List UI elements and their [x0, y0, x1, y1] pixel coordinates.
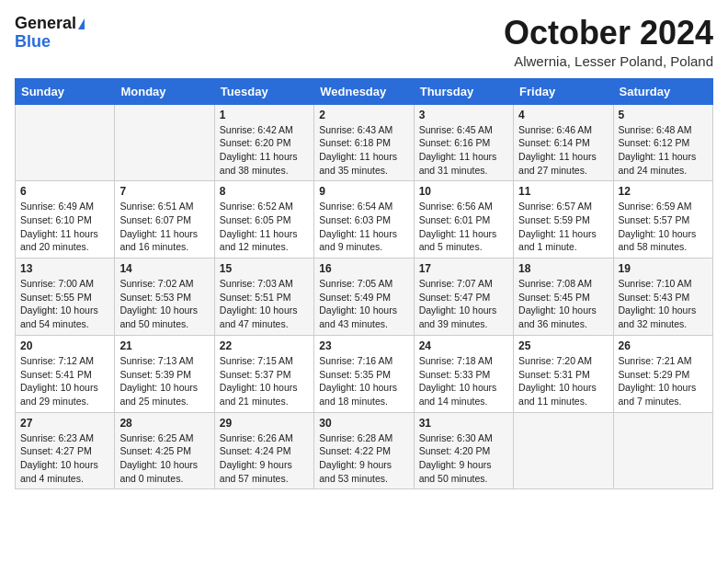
day-info: Sunrise: 6:28 AM Sunset: 4:22 PM Dayligh… [319, 431, 408, 486]
calendar-cell: 11Sunrise: 6:57 AM Sunset: 5:59 PM Dayli… [514, 181, 613, 259]
calendar-week-row: 13Sunrise: 7:00 AM Sunset: 5:55 PM Dayli… [16, 259, 713, 336]
day-info: Sunrise: 6:52 AM Sunset: 6:05 PM Dayligh… [220, 200, 309, 254]
calendar-cell: 17Sunrise: 7:07 AM Sunset: 5:47 PM Dayli… [414, 259, 513, 336]
calendar-cell: 25Sunrise: 7:20 AM Sunset: 5:31 PM Dayli… [514, 335, 613, 412]
calendar-cell: 26Sunrise: 7:21 AM Sunset: 5:29 PM Dayli… [613, 335, 712, 412]
calendar-cell: 2Sunrise: 6:43 AM Sunset: 6:18 PM Daylig… [314, 104, 414, 181]
calendar-cell [16, 104, 115, 181]
day-number: 30 [319, 417, 408, 430]
logo-general-text: General [15, 15, 76, 33]
day-info: Sunrise: 7:18 AM Sunset: 5:33 PM Dayligh… [419, 354, 508, 408]
day-number: 31 [419, 417, 508, 430]
calendar-title: October 2024 [504, 15, 713, 52]
day-info: Sunrise: 6:26 AM Sunset: 4:24 PM Dayligh… [220, 431, 309, 486]
day-number: 16 [319, 262, 408, 275]
calendar-cell: 30Sunrise: 6:28 AM Sunset: 4:22 PM Dayli… [314, 412, 414, 489]
day-number: 12 [619, 185, 708, 198]
day-info: Sunrise: 6:43 AM Sunset: 6:18 PM Dayligh… [319, 123, 408, 178]
day-info: Sunrise: 7:03 AM Sunset: 5:51 PM Dayligh… [220, 277, 309, 331]
day-number: 13 [20, 262, 109, 275]
day-info: Sunrise: 6:23 AM Sunset: 4:27 PM Dayligh… [20, 431, 109, 486]
day-info: Sunrise: 6:25 AM Sunset: 4:25 PM Dayligh… [119, 431, 209, 486]
day-number: 2 [319, 109, 408, 121]
calendar-cell: 5Sunrise: 6:48 AM Sunset: 6:12 PM Daylig… [613, 104, 712, 181]
day-info: Sunrise: 7:15 AM Sunset: 5:37 PM Dayligh… [220, 354, 309, 408]
calendar-cell: 13Sunrise: 7:00 AM Sunset: 5:55 PM Dayli… [16, 259, 115, 336]
day-info: Sunrise: 7:12 AM Sunset: 5:41 PM Dayligh… [20, 354, 109, 408]
calendar-week-row: 20Sunrise: 7:12 AM Sunset: 5:41 PM Dayli… [16, 335, 713, 412]
calendar-cell: 1Sunrise: 6:42 AM Sunset: 6:20 PM Daylig… [214, 104, 313, 181]
day-number: 19 [619, 262, 708, 275]
weekday-header: Tuesday [214, 78, 313, 104]
day-number: 8 [220, 185, 309, 198]
day-number: 7 [119, 185, 209, 198]
day-info: Sunrise: 6:51 AM Sunset: 6:07 PM Dayligh… [119, 200, 209, 254]
calendar-cell: 8Sunrise: 6:52 AM Sunset: 6:05 PM Daylig… [214, 181, 313, 259]
logo-icon [78, 18, 85, 29]
day-number: 23 [319, 339, 408, 352]
day-info: Sunrise: 6:49 AM Sunset: 6:10 PM Dayligh… [20, 200, 109, 254]
day-number: 6 [20, 185, 109, 198]
calendar-subtitle: Alwernia, Lesser Poland, Poland [504, 53, 713, 69]
calendar-table: SundayMondayTuesdayWednesdayThursdayFrid… [15, 78, 713, 490]
calendar-cell: 20Sunrise: 7:12 AM Sunset: 5:41 PM Dayli… [16, 335, 115, 412]
day-info: Sunrise: 6:56 AM Sunset: 6:01 PM Dayligh… [419, 200, 508, 254]
weekday-header: Saturday [613, 78, 712, 104]
calendar-cell [613, 412, 712, 489]
day-info: Sunrise: 7:10 AM Sunset: 5:43 PM Dayligh… [619, 277, 708, 331]
weekday-header: Sunday [16, 78, 115, 104]
day-number: 22 [220, 339, 309, 352]
day-number: 18 [518, 262, 608, 275]
calendar-cell: 9Sunrise: 6:54 AM Sunset: 6:03 PM Daylig… [314, 181, 414, 259]
day-number: 14 [119, 262, 209, 275]
logo: General Blue [15, 15, 85, 52]
day-number: 29 [220, 417, 309, 430]
day-info: Sunrise: 6:46 AM Sunset: 6:14 PM Dayligh… [518, 123, 608, 178]
day-info: Sunrise: 7:13 AM Sunset: 5:39 PM Dayligh… [119, 354, 209, 408]
calendar-cell: 12Sunrise: 6:59 AM Sunset: 5:57 PM Dayli… [613, 181, 712, 259]
day-number: 15 [220, 262, 309, 275]
calendar-cell: 19Sunrise: 7:10 AM Sunset: 5:43 PM Dayli… [613, 259, 712, 336]
day-number: 9 [319, 185, 408, 198]
day-number: 20 [20, 339, 109, 352]
day-info: Sunrise: 7:16 AM Sunset: 5:35 PM Dayligh… [319, 354, 408, 408]
calendar-cell: 31Sunrise: 6:30 AM Sunset: 4:20 PM Dayli… [414, 412, 513, 489]
day-info: Sunrise: 7:02 AM Sunset: 5:53 PM Dayligh… [119, 277, 209, 331]
day-number: 28 [119, 417, 209, 430]
day-number: 5 [619, 109, 708, 121]
day-number: 25 [518, 339, 608, 352]
calendar-cell: 22Sunrise: 7:15 AM Sunset: 5:37 PM Dayli… [214, 335, 313, 412]
day-info: Sunrise: 7:21 AM Sunset: 5:29 PM Dayligh… [619, 354, 708, 408]
day-number: 10 [419, 185, 508, 198]
calendar-cell: 6Sunrise: 6:49 AM Sunset: 6:10 PM Daylig… [16, 181, 115, 259]
day-info: Sunrise: 7:05 AM Sunset: 5:49 PM Dayligh… [319, 277, 408, 331]
calendar-week-row: 6Sunrise: 6:49 AM Sunset: 6:10 PM Daylig… [16, 181, 713, 259]
day-info: Sunrise: 6:48 AM Sunset: 6:12 PM Dayligh… [619, 123, 708, 178]
weekday-header: Wednesday [314, 78, 414, 104]
day-number: 11 [518, 185, 608, 198]
day-number: 26 [619, 339, 708, 352]
calendar-cell [115, 104, 214, 181]
day-number: 27 [20, 417, 109, 430]
day-number: 1 [220, 109, 309, 121]
title-area: October 2024 Alwernia, Lesser Poland, Po… [504, 15, 713, 69]
day-info: Sunrise: 7:08 AM Sunset: 5:45 PM Dayligh… [518, 277, 608, 331]
day-info: Sunrise: 6:59 AM Sunset: 5:57 PM Dayligh… [619, 200, 708, 254]
calendar-cell: 3Sunrise: 6:45 AM Sunset: 6:16 PM Daylig… [414, 104, 513, 181]
day-info: Sunrise: 6:57 AM Sunset: 5:59 PM Dayligh… [518, 200, 608, 254]
calendar-cell: 4Sunrise: 6:46 AM Sunset: 6:14 PM Daylig… [514, 104, 613, 181]
calendar-cell: 15Sunrise: 7:03 AM Sunset: 5:51 PM Dayli… [214, 259, 313, 336]
calendar-cell: 21Sunrise: 7:13 AM Sunset: 5:39 PM Dayli… [115, 335, 214, 412]
day-number: 21 [119, 339, 209, 352]
calendar-body: 1Sunrise: 6:42 AM Sunset: 6:20 PM Daylig… [16, 104, 713, 489]
day-number: 17 [419, 262, 508, 275]
day-info: Sunrise: 6:30 AM Sunset: 4:20 PM Dayligh… [419, 431, 508, 486]
calendar-cell: 24Sunrise: 7:18 AM Sunset: 5:33 PM Dayli… [414, 335, 513, 412]
day-number: 3 [419, 109, 508, 121]
calendar-cell: 7Sunrise: 6:51 AM Sunset: 6:07 PM Daylig… [115, 181, 214, 259]
day-number: 4 [518, 109, 608, 121]
calendar-cell: 14Sunrise: 7:02 AM Sunset: 5:53 PM Dayli… [115, 259, 214, 336]
calendar-week-row: 1Sunrise: 6:42 AM Sunset: 6:20 PM Daylig… [16, 104, 713, 181]
calendar-cell: 23Sunrise: 7:16 AM Sunset: 5:35 PM Dayli… [314, 335, 414, 412]
calendar-cell: 16Sunrise: 7:05 AM Sunset: 5:49 PM Dayli… [314, 259, 414, 336]
